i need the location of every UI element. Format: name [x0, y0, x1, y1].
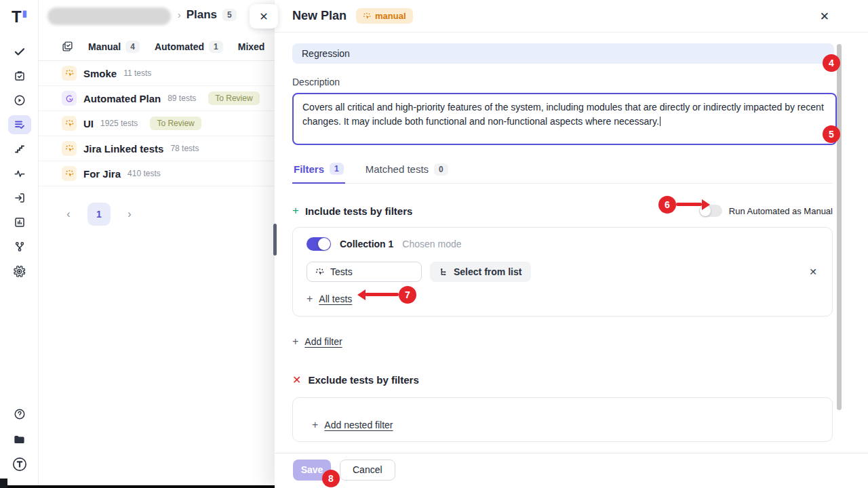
annotation-circle-5: 5 [823, 125, 840, 143]
plan-row-automated-plan[interactable]: Automated Plan 89 tests To Review [39, 86, 275, 111]
plus-icon: + [292, 336, 298, 348]
plans-list-panel: › Plans 5 Manual 4 Automated 1 Mixed [39, 0, 275, 486]
prev-page-icon[interactable]: ‹ [62, 208, 75, 220]
all-tests-link[interactable]: All tests [319, 293, 352, 304]
plus-icon: + [292, 204, 299, 218]
project-name-blurred[interactable] [47, 7, 171, 25]
exclude-section-header: ✕ Exclude tests by filters [292, 373, 833, 386]
plus-icon: + [307, 293, 313, 305]
folder-icon[interactable] [8, 430, 31, 449]
help-icon[interactable] [8, 405, 31, 424]
plan-row-smoke[interactable]: Smoke 11 tests [39, 61, 275, 86]
plan-name-input[interactable]: Regression [292, 43, 834, 64]
drawer-footer: Save Cancel [275, 453, 868, 486]
pulse-icon[interactable] [8, 164, 31, 183]
annotation-circle-4: 4 [823, 54, 840, 72]
run-automated-label: Run Automated as Manual [729, 206, 833, 216]
breadcrumb: › Plans 5 [178, 8, 237, 22]
plan-name: Smoke [83, 68, 117, 79]
breadcrumb-separator-icon: › [178, 9, 181, 20]
include-section-header: + Include tests by filters Run Automated… [292, 204, 833, 218]
text-caret [660, 117, 660, 126]
toggle-knob [318, 238, 330, 250]
page-number[interactable]: 1 [87, 203, 111, 226]
steps-icon[interactable] [8, 140, 31, 159]
cancel-button[interactable]: Cancel [340, 460, 395, 481]
tab-filters-label: Filters [294, 163, 324, 175]
plans-list-check-icon[interactable] [8, 115, 31, 134]
tab-automated[interactable]: Automated 1 [151, 38, 227, 56]
select-from-list-label: Select from list [454, 266, 521, 277]
list-scrollbar-thumb[interactable] [273, 224, 277, 256]
tab-mixed[interactable]: Mixed [234, 39, 269, 55]
brand-circle-icon[interactable] [8, 455, 31, 474]
select-from-list-button[interactable]: Select from list [430, 262, 531, 282]
remove-filter-icon[interactable]: ✕ [809, 266, 817, 277]
plan-row-for-jira[interactable]: For Jira 410 tests [39, 161, 275, 186]
include-heading: Include tests by filters [305, 205, 412, 217]
manual-cursor-icon [363, 12, 371, 20]
import-box-icon[interactable] [8, 188, 31, 207]
drawer-header: New Plan manual ✕ [275, 0, 868, 33]
add-nested-filter-link[interactable]: Add nested filter [324, 420, 393, 430]
plan-row-jira-linked-tests[interactable]: Jira Linked tests 78 tests [39, 136, 275, 161]
automated-plan-icon [62, 91, 77, 106]
tasks-board-icon[interactable] [8, 66, 31, 85]
bottom-left-corner [0, 479, 7, 488]
plus-icon: + [312, 419, 318, 431]
tab-matched-tests-label: Matched tests [366, 163, 429, 175]
new-plan-drawer: New Plan manual ✕ Regression Description… [275, 0, 868, 488]
exclude-x-icon: ✕ [292, 373, 301, 386]
plan-row-ui[interactable]: UI 1925 tests To Review [39, 111, 275, 136]
plan-tests-count: 410 tests [127, 169, 161, 178]
description-textarea[interactable]: Covers all critical and high-priority fe… [292, 93, 837, 145]
annotation-circle-8: 8 [322, 470, 340, 487]
manual-plan-icon [62, 141, 77, 156]
source-select[interactable]: Tests [307, 262, 422, 282]
annotation-arrow-7 [358, 289, 399, 300]
plan-name: UI [83, 118, 94, 129]
to-review-badge: To Review [208, 92, 259, 105]
tab-matched-tests[interactable]: Matched tests 0 [364, 159, 450, 183]
plan-tests-count: 1925 tests [100, 119, 138, 128]
manual-plan-icon [62, 66, 77, 81]
collection-toggle[interactable] [307, 237, 331, 251]
drawer-close-icon[interactable]: ✕ [820, 9, 829, 24]
manual-type-badge: manual [356, 8, 413, 24]
description-value: Covers all critical and high-priority fe… [302, 102, 824, 127]
next-page-icon[interactable]: › [123, 208, 136, 220]
gear-icon[interactable] [8, 262, 31, 281]
play-circle-icon[interactable] [8, 91, 31, 110]
plans-collection-icon[interactable] [62, 41, 73, 52]
tab-automated-count: 1 [209, 41, 223, 53]
tab-filters-count: 1 [330, 163, 344, 175]
filters-tabs: Filters 1 Matched tests 0 [292, 159, 833, 184]
plan-type-tabs: Manual 4 Automated 1 Mixed [39, 33, 275, 61]
to-review-badge: To Review [150, 117, 201, 130]
breadcrumb-section[interactable]: Plans [186, 8, 217, 22]
annotation-circle-7: 7 [399, 286, 416, 304]
collection-name: Collection 1 [340, 239, 393, 249]
drawer-close-tab-button[interactable]: ✕ [250, 4, 278, 28]
drawer-title: New Plan [292, 9, 347, 23]
tree-list-icon [439, 268, 448, 277]
run-automated-control: Run Automated as Manual [699, 205, 833, 217]
plan-tests-count: 89 tests [167, 94, 196, 103]
manual-plan-icon [62, 116, 77, 131]
branch-icon[interactable] [8, 237, 31, 256]
pagination: ‹ 1 › [62, 203, 275, 226]
add-filter-link[interactable]: Add filter [304, 336, 342, 347]
tab-manual[interactable]: Manual 4 [84, 38, 144, 56]
bar-chart-icon[interactable] [8, 213, 31, 232]
tab-filters[interactable]: Filters 1 [292, 159, 345, 184]
check-icon[interactable] [8, 42, 31, 61]
app-logo[interactable]: T▮ [0, 5, 39, 28]
drawer-scrollbar-thumb[interactable] [837, 44, 842, 410]
collection-mode: Chosen mode [402, 239, 461, 249]
annotation-circle-6: 6 [658, 196, 676, 214]
tab-manual-count: 4 [125, 41, 140, 53]
manual-type-badge-label: manual [375, 11, 406, 21]
plan-name: Automated Plan [83, 93, 161, 104]
tab-matched-tests-count: 0 [434, 163, 448, 176]
collection-filter-card: Collection 1 Chosen mode Tests Select fr… [292, 227, 833, 317]
